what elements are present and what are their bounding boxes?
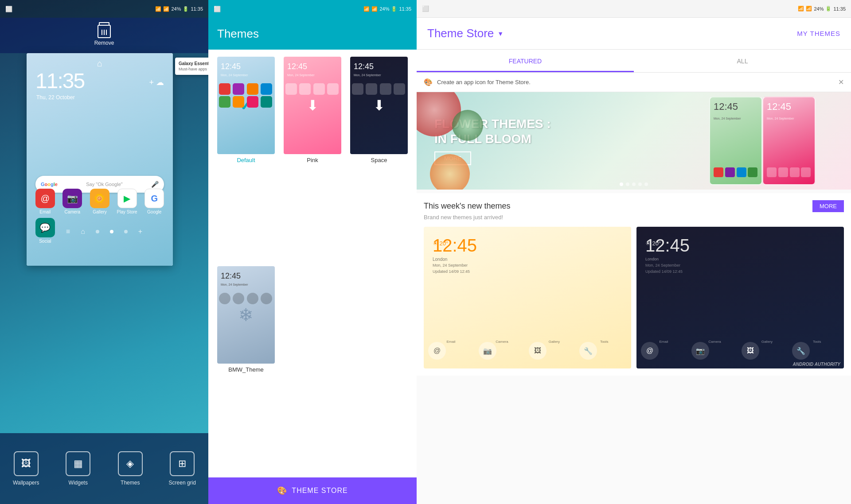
theme-store-button-label: THEME STORE bbox=[292, 487, 347, 495]
time-1: 11:35 bbox=[191, 6, 203, 12]
wallpapers-action[interactable]: 🖼 Wallpapers bbox=[13, 451, 39, 486]
nav-bar: ≡ ⌂ + bbox=[31, 224, 177, 239]
phone-thumb-2: 12:45 Mon, 24 September bbox=[762, 97, 816, 185]
banner-dot-3[interactable] bbox=[632, 182, 636, 186]
ntc-dark-icon-tools: 🔧 bbox=[792, 342, 810, 360]
playstore-label: Play Store bbox=[117, 209, 137, 214]
banner-dot-5[interactable] bbox=[644, 182, 648, 186]
signal-icon: 📶 bbox=[163, 6, 169, 12]
status-bar-2: ⬜ 📶 📶 24% 🔋 11:35 bbox=[208, 0, 417, 18]
banner-dot-2[interactable] bbox=[626, 182, 629, 186]
gallery-icon: 🌼 bbox=[90, 189, 109, 208]
bottom-actions: 🖼 Wallpapers ▦ Widgets ◈ Themes ⊞ Screen… bbox=[0, 433, 208, 504]
battery-3: 24% bbox=[814, 6, 824, 12]
app-email[interactable]: @ Email bbox=[33, 189, 57, 214]
menu-icon[interactable]: ≡ bbox=[66, 228, 70, 236]
theme-store-header: Theme Store ▼ MY THEMES bbox=[417, 18, 851, 50]
wifi-icon-3: 📶 bbox=[798, 6, 804, 12]
ntc-dark-temp: ☀ 20° bbox=[645, 240, 661, 247]
battery-icon: 🔋 bbox=[183, 6, 189, 12]
ntc-light-labels: EmailCameraGalleryTools bbox=[428, 340, 627, 344]
ntc-dark-location: London bbox=[645, 257, 659, 261]
tab-all[interactable]: ALL bbox=[634, 50, 851, 72]
theme-pink[interactable]: 12:45 Mon, 24 September ⬇ Pink bbox=[282, 57, 343, 261]
ntc-icon-tools: 🔧 bbox=[579, 342, 597, 360]
my-themes-button[interactable]: MY THEMES bbox=[797, 30, 840, 37]
themes-grid: 12:45 Mon, 24 September ✓ Default bbox=[208, 50, 417, 477]
ntc-dark-icon-gallery: 🖼 bbox=[742, 342, 759, 360]
theme-store-title-text: Theme Store bbox=[427, 27, 494, 40]
panel-homescreen: ⬜ 📶 📶 24% 🔋 11:35 Remove ⌂ 11:35 bbox=[0, 0, 208, 504]
theme-space-label: Space bbox=[371, 157, 387, 163]
widgets-action[interactable]: ▦ Widgets bbox=[66, 451, 90, 486]
new-theme-dark[interactable]: 12:45 ☀ 20° London Mon, 24 September Upd… bbox=[636, 227, 844, 368]
plus-icon[interactable]: + bbox=[138, 228, 142, 236]
app-google[interactable]: G Google bbox=[142, 189, 166, 214]
themes-title: Themes bbox=[217, 27, 259, 41]
ntc-dark-icons: @ 📷 🖼 🔧 bbox=[641, 342, 839, 360]
playstore-icon: ▶ bbox=[117, 189, 137, 208]
app-gallery[interactable]: 🌼 Gallery bbox=[88, 189, 112, 214]
dot-indicator-1 bbox=[96, 230, 99, 233]
status-bar-3: ⬜ 📶 📶 24% 🔋 11:35 bbox=[417, 0, 851, 18]
banner-dot-1[interactable] bbox=[620, 182, 623, 186]
app-playstore[interactable]: ▶ Play Store bbox=[115, 189, 139, 214]
theme-store-button-icon: 🎨 bbox=[277, 486, 287, 496]
theme-preview-default: 12:45 Mon, 24 September ✓ bbox=[217, 57, 275, 154]
themes-header: Themes bbox=[208, 18, 417, 50]
theme-space[interactable]: 12:45 Mon, 24 September ⬇ Space bbox=[348, 57, 410, 261]
banner-dot-4[interactable] bbox=[638, 182, 642, 186]
phone-thumb-1: 12:45 Mon, 24 September bbox=[709, 97, 762, 185]
ntc-icon-gallery: 🖼 bbox=[529, 342, 547, 360]
status-bar-1: ⬜ 📶 📶 24% 🔋 11:35 bbox=[0, 0, 208, 18]
ntc-dark-labels: EmailCameraGalleryTools bbox=[641, 340, 839, 344]
tab-all-label: ALL bbox=[737, 58, 748, 65]
screenshot-icon-3: ⬜ bbox=[422, 5, 429, 12]
theme-bmw-label: BMW_Theme bbox=[228, 366, 263, 373]
new-themes-grid: 12:45 ☀ 20° London Mon, 24 September Upd… bbox=[424, 227, 844, 368]
new-themes-more-button[interactable]: MORE bbox=[812, 200, 844, 212]
preview-date: Thu, 22 October bbox=[36, 94, 75, 101]
google-icon: G bbox=[144, 189, 164, 208]
screengrid-action[interactable]: ⊞ Screen grid bbox=[169, 451, 196, 486]
new-themes-title: This week's new themes bbox=[424, 202, 511, 211]
theme-store-button[interactable]: 🎨 THEME STORE bbox=[208, 477, 417, 504]
theme-store-tabs: FEATURED ALL bbox=[417, 50, 851, 73]
theme-bmw[interactable]: 12:45 Mon, 24 September ❄ BMW_Theme bbox=[215, 266, 277, 470]
tab-featured[interactable]: FEATURED bbox=[417, 50, 634, 72]
screengrid-label: Screen grid bbox=[169, 480, 196, 486]
time-3: 11:35 bbox=[833, 6, 846, 12]
trash-icon bbox=[98, 25, 111, 38]
android-authority-watermark: ANDROID AUTHORITY bbox=[793, 362, 840, 367]
signal-icon-3: 📶 bbox=[806, 6, 812, 12]
wallpapers-label: Wallpapers bbox=[13, 480, 39, 486]
ntc-light-temp: ☀ 20° bbox=[433, 240, 448, 247]
remove-button[interactable]: Remove bbox=[94, 25, 114, 46]
new-theme-light[interactable]: 12:45 ☀ 20° London Mon, 24 September Upd… bbox=[424, 227, 631, 368]
social-label: Social bbox=[39, 239, 51, 244]
microphone-icon[interactable]: 🎤 bbox=[151, 181, 159, 188]
tab-featured-label: FEATURED bbox=[509, 58, 542, 65]
ntc-light-date: Mon, 24 September bbox=[433, 263, 468, 268]
widgets-label: Widgets bbox=[69, 480, 88, 486]
wifi-icon-2: 📶 bbox=[363, 6, 370, 12]
featured-banner: FLOWER THEMES : IN FULL BLOOM MORE 12:45… bbox=[417, 92, 851, 190]
ntc-icon-camera: 📷 bbox=[479, 342, 496, 360]
dropdown-arrow-icon[interactable]: ▼ bbox=[497, 30, 504, 37]
banner-pagination-dots bbox=[620, 182, 648, 186]
add-button[interactable]: + ☁ bbox=[149, 78, 164, 87]
theme-preview-space: 12:45 Mon, 24 September ⬇ bbox=[350, 57, 408, 154]
home-nav-icon[interactable]: ⌂ bbox=[81, 228, 85, 236]
preview-time: 11:35 bbox=[35, 69, 84, 93]
screengrid-icon: ⊞ bbox=[170, 451, 195, 476]
battery-icon-2: 🔋 bbox=[391, 6, 397, 12]
notif-sub: Must-have apps for your Galaxy bbox=[179, 67, 208, 71]
galaxy-notification: Galaxy Essentials Must-have apps for you… bbox=[175, 58, 208, 75]
themes-action[interactable]: ◈ Themes bbox=[118, 451, 143, 486]
theme-default[interactable]: 12:45 Mon, 24 September ✓ Default bbox=[215, 57, 277, 261]
banner-close-button[interactable]: ✕ bbox=[838, 78, 844, 86]
download-icon-pink: ⬇ bbox=[307, 97, 319, 114]
theme-store-title: Theme Store ▼ bbox=[427, 27, 504, 40]
app-camera[interactable]: 📷 Camera bbox=[61, 189, 85, 214]
flower-decoration-left bbox=[417, 92, 523, 190]
